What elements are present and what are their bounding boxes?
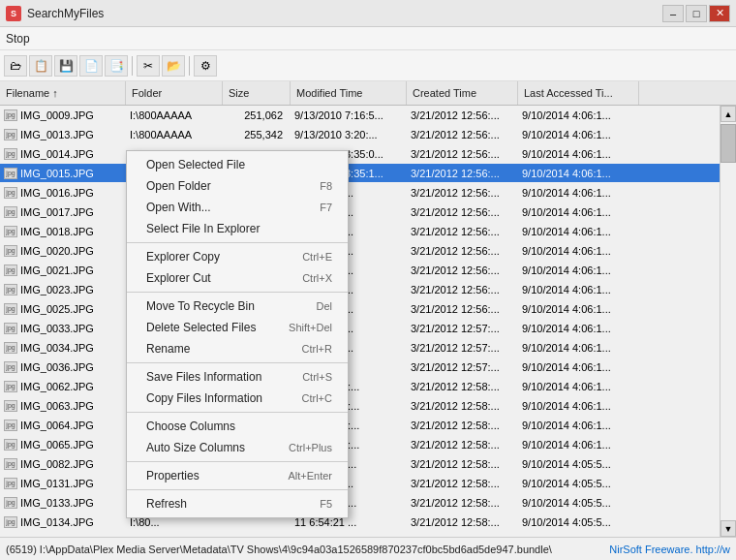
toolbar-btn-4[interactable]: 📄 bbox=[79, 55, 103, 77]
toolbar-btn-6[interactable]: ✂ bbox=[137, 55, 160, 77]
title-bar-left: S SearchMyFiles bbox=[6, 6, 104, 21]
table-row[interactable]: jpg IMG_0134.JPG I:\80... 11 6:54:21 ...… bbox=[0, 513, 736, 532]
file-icon: jpg bbox=[4, 497, 17, 509]
menu-bar: Stop bbox=[0, 27, 736, 50]
toolbar-btn-5[interactable]: 📑 bbox=[105, 55, 128, 77]
table-row[interactable]: jpg IMG_0009.JPG I:\800AAAAA 251,062 9/1… bbox=[0, 106, 736, 125]
close-button[interactable]: ✕ bbox=[709, 5, 730, 22]
context-menu: Open Selected FileOpen FolderF8Open With… bbox=[126, 150, 349, 518]
table-row[interactable]: jpg IMG_0133.JPG I:\80... 11 6:54:17 ...… bbox=[0, 493, 736, 513]
table-row[interactable]: jpg IMG_0017.JPG I:\80... 010 3:37:3... … bbox=[0, 202, 736, 222]
toolbar-btn-7[interactable]: 📂 bbox=[162, 55, 185, 77]
context-menu-item[interactable]: RenameCtrl+R bbox=[127, 338, 348, 359]
table-row[interactable]: jpg IMG_0020.JPG I:\80... 010 6:33:3... … bbox=[0, 241, 736, 261]
table-row[interactable]: jpg IMG_0033.JPG I:\80... 010 7:59:0... … bbox=[0, 319, 736, 338]
file-created-cell: 3/21/2012 12:56:... bbox=[407, 109, 518, 121]
table-row[interactable]: jpg IMG_0018.JPG I:\80... 010 3:37:3... … bbox=[0, 222, 736, 241]
table-row[interactable]: jpg IMG_0013.JPG I:\800AAAAA 255,342 9/1… bbox=[0, 125, 736, 144]
context-menu-item[interactable]: Choose Columns bbox=[127, 416, 348, 437]
file-icon: jpg bbox=[4, 478, 17, 489]
file-icon: jpg bbox=[4, 342, 17, 354]
col-header-accessed[interactable]: Last Accessed Ti... bbox=[518, 81, 639, 105]
context-menu-item[interactable]: Open Selected File bbox=[127, 154, 348, 175]
file-created-cell: 3/21/2012 12:57:... bbox=[407, 323, 518, 334]
table-row[interactable]: jpg IMG_0062.JPG I:\80... 2010 11:18:...… bbox=[0, 377, 736, 396]
menu-stop[interactable]: Stop bbox=[6, 32, 30, 46]
file-name-cell: jpg IMG_0036.JPG bbox=[0, 361, 126, 373]
col-header-filename[interactable]: Filename ↑ bbox=[0, 81, 126, 105]
context-menu-item[interactable]: Open FolderF8 bbox=[127, 175, 348, 197]
toolbar-btn-3[interactable]: 💾 bbox=[54, 55, 77, 77]
col-header-folder[interactable]: Folder bbox=[126, 81, 223, 105]
table-row[interactable]: jpg IMG_0131.JPG I:\80... 011 10:36:... … bbox=[0, 474, 736, 493]
table-row[interactable]: jpg IMG_0015.JPG I:\800AAAAA 272,058 9/1… bbox=[0, 164, 736, 183]
file-modified-cell: 9/13/2010 3:20:... bbox=[291, 129, 407, 140]
file-accessed-cell: 9/10/2014 4:05:5... bbox=[518, 478, 639, 489]
file-accessed-cell: 9/10/2014 4:06:1... bbox=[518, 129, 639, 140]
file-icon: jpg bbox=[4, 226, 17, 237]
context-menu-separator bbox=[127, 412, 348, 413]
window-controls: – □ ✕ bbox=[662, 5, 730, 22]
context-menu-item[interactable]: Explorer CopyCtrl+E bbox=[127, 246, 348, 267]
file-name-cell: jpg IMG_0063.JPG bbox=[0, 400, 126, 412]
file-created-cell: 3/21/2012 12:56:... bbox=[407, 284, 518, 296]
file-list-header: Filename ↑ Folder Size Modified Time Cre… bbox=[0, 81, 736, 106]
context-menu-item[interactable]: Move To Recycle BinDel bbox=[127, 296, 348, 317]
table-row[interactable]: jpg IMG_0014.JPG I:\800AAAAA 273,107 9/1… bbox=[0, 144, 736, 164]
table-row[interactable]: jpg IMG_0064.JPG I:\80... 2010 11:26:...… bbox=[0, 416, 736, 435]
table-row[interactable]: jpg IMG_0021.JPG I:\80... 010 6:34:0... … bbox=[0, 261, 736, 280]
context-menu-item[interactable]: Explorer CutCtrl+X bbox=[127, 267, 348, 289]
file-accessed-cell: 9/10/2014 4:06:1... bbox=[518, 323, 639, 334]
file-accessed-cell: 9/10/2014 4:06:1... bbox=[518, 245, 639, 257]
status-left: (6519) I:\AppData\Plex Media Server\Meta… bbox=[6, 544, 552, 555]
table-row[interactable]: jpg IMG_0063.JPG I:\80... 2010 11:22:...… bbox=[0, 396, 736, 416]
table-row[interactable]: jpg IMG_0065.JPG I:\80... 2010 11:26:...… bbox=[0, 435, 736, 454]
col-header-size[interactable]: Size bbox=[223, 81, 291, 105]
table-row[interactable]: jpg IMG_0082.JPG I:\80... 11 4:41:43 ...… bbox=[0, 454, 736, 474]
scroll-thumb[interactable] bbox=[721, 124, 736, 163]
context-menu-item[interactable]: Open With...F7 bbox=[127, 197, 348, 218]
window-title: SearchMyFiles bbox=[27, 7, 104, 20]
context-menu-item[interactable]: Auto Size ColumnsCtrl+Plus bbox=[127, 437, 348, 458]
maximize-button[interactable]: □ bbox=[686, 5, 707, 22]
file-icon: jpg bbox=[4, 148, 17, 160]
table-row[interactable]: jpg IMG_0036.JPG I:\80... 010 8:42:... 3… bbox=[0, 358, 736, 377]
file-created-cell: 3/21/2012 12:56:... bbox=[407, 187, 518, 199]
scroll-down-arrow[interactable]: ▼ bbox=[721, 520, 736, 537]
table-row[interactable]: jpg IMG_0016.JPG I:\80... 010 3:37:3... … bbox=[0, 183, 736, 202]
file-accessed-cell: 9/10/2014 4:06:1... bbox=[518, 168, 639, 179]
file-name-cell: jpg IMG_0062.JPG bbox=[0, 381, 126, 392]
table-row[interactable]: jpg IMG_0034.JPG I:\80... 010 7:59:0... … bbox=[0, 338, 736, 358]
toolbar-btn-8[interactable]: ⚙ bbox=[194, 55, 217, 77]
file-name-cell: jpg IMG_0021.JPG bbox=[0, 264, 126, 276]
file-name-cell: jpg IMG_0034.JPG bbox=[0, 342, 126, 354]
scrollbar-y[interactable]: ▲ ▼ bbox=[720, 106, 736, 537]
col-header-created[interactable]: Created Time bbox=[407, 81, 518, 105]
file-created-cell: 3/21/2012 12:58:... bbox=[407, 516, 518, 528]
file-accessed-cell: 9/10/2014 4:06:1... bbox=[518, 226, 639, 237]
toolbar: 🗁 📋 💾 📄 📑 ✂ 📂 ⚙ bbox=[0, 50, 736, 81]
file-name-cell: jpg IMG_0064.JPG bbox=[0, 420, 126, 431]
file-name-cell: jpg IMG_0131.JPG bbox=[0, 478, 126, 489]
toolbar-btn-1[interactable]: 🗁 bbox=[4, 55, 27, 77]
context-menu-separator bbox=[127, 242, 348, 243]
file-name-cell: jpg IMG_0133.JPG bbox=[0, 497, 126, 509]
context-menu-item[interactable]: Select File In Explorer bbox=[127, 218, 348, 239]
col-header-modified[interactable]: Modified Time bbox=[291, 81, 407, 105]
scroll-up-arrow[interactable]: ▲ bbox=[721, 106, 736, 122]
file-name-cell: jpg IMG_0023.JPG bbox=[0, 284, 126, 296]
context-menu-item[interactable]: RefreshF5 bbox=[127, 493, 348, 514]
file-icon: jpg bbox=[4, 516, 17, 528]
context-menu-item[interactable]: PropertiesAlt+Enter bbox=[127, 465, 348, 486]
table-row[interactable]: jpg IMG_0023.JPG I:\80... 010 6:35:0... … bbox=[0, 280, 736, 299]
minimize-button[interactable]: – bbox=[662, 5, 684, 22]
context-menu-item[interactable]: Save Files InformationCtrl+S bbox=[127, 366, 348, 388]
context-menu-item[interactable]: Delete Selected FilesShift+Del bbox=[127, 317, 348, 338]
status-right: NirSoft Freeware. http://w bbox=[609, 544, 730, 555]
table-row[interactable]: jpg IMG_0025.JPG I:\80... 010 6:36:0... … bbox=[0, 299, 736, 319]
file-rows: jpg IMG_0009.JPG I:\800AAAAA 251,062 9/1… bbox=[0, 106, 736, 537]
toolbar-btn-2[interactable]: 📋 bbox=[29, 55, 52, 77]
file-icon: jpg bbox=[4, 129, 17, 140]
context-menu-item[interactable]: Copy Files InformationCtrl+C bbox=[127, 388, 348, 409]
file-icon: jpg bbox=[4, 206, 17, 218]
